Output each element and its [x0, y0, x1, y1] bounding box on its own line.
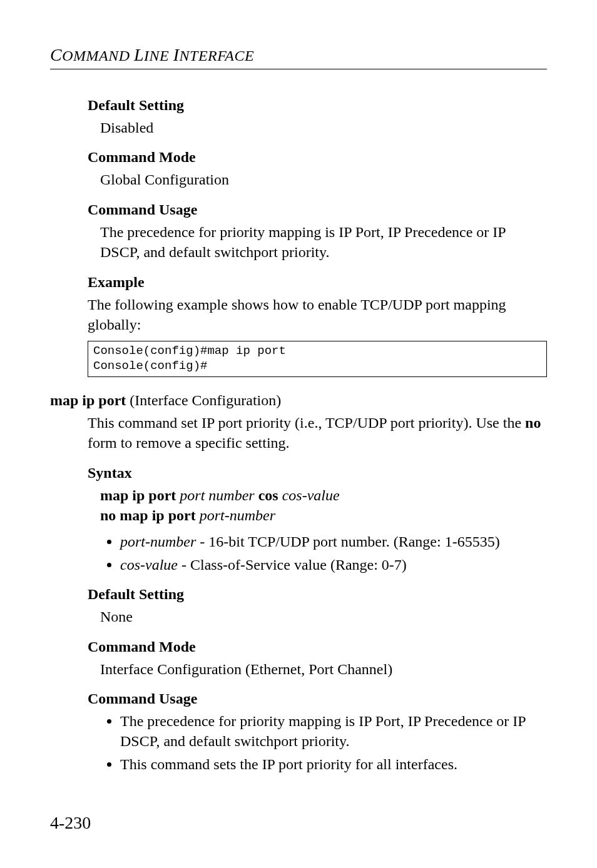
default-setting-heading-1: Default Setting	[88, 97, 547, 114]
usage-item-1: The precedence for priority mapping is I…	[120, 711, 547, 752]
syntax-l1-b2: cos	[258, 487, 278, 503]
example-code-block: Console(config)#map ip port Console(conf…	[88, 341, 547, 377]
command-usage-heading-1: Command Usage	[88, 201, 547, 218]
syntax-heading: Syntax	[88, 465, 547, 482]
command-title-rest: (Interface Configuration)	[126, 392, 281, 408]
usage-list: The precedence for priority mapping is I…	[120, 711, 547, 774]
default-setting-heading-2: Default Setting	[88, 586, 547, 603]
cmd-desc-bold: no	[525, 415, 541, 431]
param-item-1: port-number - 16-bit TCP/UDP port number…	[120, 532, 547, 552]
param2-name: cos-value	[120, 557, 178, 573]
default-setting-value-2: None	[100, 607, 547, 627]
rh-t3: NTERFACE	[180, 48, 255, 64]
command-mode-value-2: Interface Configuration (Ethernet, Port …	[100, 659, 547, 679]
page-number: 4-230	[50, 813, 91, 833]
example-heading: Example	[88, 274, 547, 291]
param1-desc: - 16-bit TCP/UDP port number. (Range: 1-…	[196, 533, 499, 550]
rh-c3: I	[173, 45, 180, 64]
default-setting-value-1: Disabled	[100, 118, 547, 138]
cmd-desc-p1: This command set IP port priority (i.e.,…	[88, 415, 525, 431]
parameter-list: port-number - 16-bit TCP/UDP port number…	[120, 532, 547, 575]
param1-name: port-number	[120, 533, 196, 550]
rh-c2: L	[134, 45, 144, 64]
syntax-l2-i: port-number	[196, 507, 275, 523]
command-title: map ip port (Interface Configuration)	[50, 392, 547, 409]
command-description: This command set IP port priority (i.e.,…	[88, 413, 547, 453]
cmd-desc-p2: form to remove a specific setting.	[88, 435, 290, 451]
syntax-l1-i1: port number	[176, 487, 258, 503]
command-usage-value-1: The precedence for priority mapping is I…	[100, 222, 547, 263]
rh-c1: C	[50, 45, 62, 64]
example-intro: The following example shows how to enabl…	[88, 295, 547, 335]
rh-t2: INE	[144, 48, 173, 64]
usage-item-2: This command sets the IP port priority f…	[120, 754, 547, 774]
rh-t1: OMMAND	[62, 48, 134, 64]
command-usage-heading-2: Command Usage	[88, 690, 547, 707]
command-mode-heading-2: Command Mode	[88, 638, 547, 655]
param2-desc: - Class-of-Service value (Range: 0-7)	[178, 557, 407, 573]
syntax-block: map ip port port number cos cos-value no…	[100, 485, 547, 526]
command-mode-heading-1: Command Mode	[88, 149, 547, 166]
command-mode-value-1: Global Configuration	[100, 169, 547, 189]
syntax-l1-i2: cos-value	[278, 487, 340, 503]
running-header: COMMAND LINE INTERFACE	[50, 45, 547, 65]
param-item-2: cos-value - Class-of-Service value (Rang…	[120, 555, 547, 575]
command-title-bold: map ip port	[50, 392, 126, 408]
syntax-l2-b: no map ip port	[100, 507, 196, 523]
header-rule	[50, 69, 547, 69]
syntax-l1-b1: map ip port	[100, 487, 176, 503]
